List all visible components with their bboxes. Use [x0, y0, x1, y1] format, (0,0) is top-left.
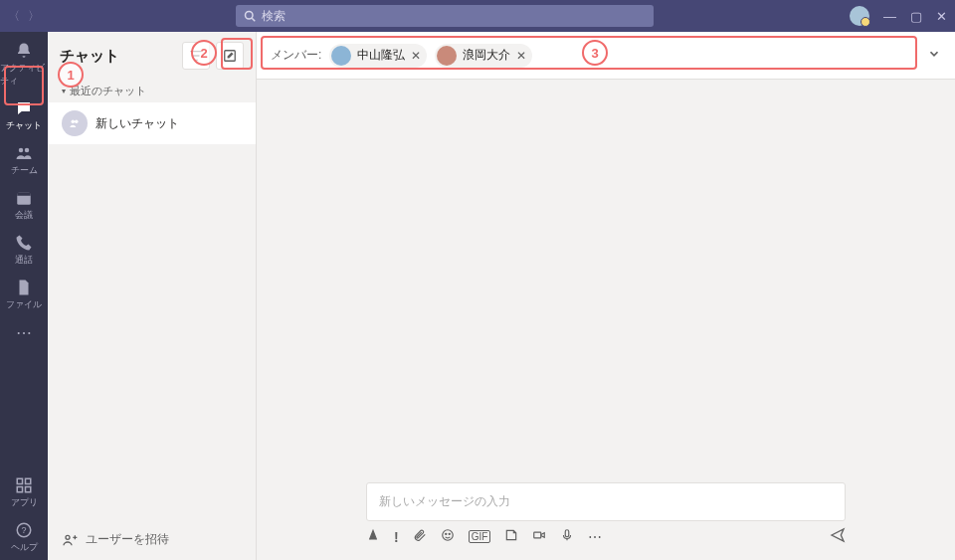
close-button[interactable]: ✕ — [936, 9, 947, 24]
svg-point-17 — [445, 533, 446, 534]
emoji-button[interactable] — [441, 528, 455, 545]
invite-icon — [62, 532, 78, 548]
title-bar: 〈 〉 検索 — ▢ ✕ — [0, 0, 955, 32]
rail-label: ファイル — [6, 298, 42, 311]
invite-users-button[interactable]: ユーザーを招待 — [48, 519, 256, 560]
chat-content-pane: メンバー: 中山隆弘 ✕ 浪岡大介 ✕ 新しいメッセージの入力 ! — [257, 32, 955, 560]
ellipsis-icon: ⋯ — [16, 323, 32, 342]
rail-label: アクティビティ — [0, 62, 48, 88]
rail-label: 会議 — [15, 209, 33, 222]
rail-chat[interactable]: チャット — [0, 93, 48, 138]
member-avatar — [437, 46, 457, 66]
sticker-button[interactable] — [504, 528, 518, 545]
expand-members-button[interactable] — [927, 47, 941, 65]
svg-rect-5 — [17, 193, 31, 196]
chevron-down-icon — [927, 47, 941, 61]
rail-teams[interactable]: チーム — [0, 138, 48, 183]
member-chip[interactable]: 浪岡大介 ✕ — [435, 44, 532, 68]
svg-point-0 — [246, 12, 254, 20]
rail-label: ヘルプ — [11, 541, 38, 554]
priority-button[interactable]: ! — [394, 529, 399, 545]
app-rail: アクティビティ チャット チーム 会議 通話 ファイル ⋯ アプリ ? ヘルプ — [0, 32, 48, 560]
send-button[interactable] — [830, 527, 846, 546]
search-placeholder: 検索 — [262, 8, 286, 25]
svg-line-1 — [252, 18, 255, 21]
svg-rect-19 — [534, 532, 541, 538]
svg-point-15 — [66, 535, 70, 539]
emoji-icon — [441, 528, 455, 542]
back-button[interactable]: 〈 — [8, 8, 20, 25]
rail-help[interactable]: ? ヘルプ — [0, 515, 48, 560]
history-nav: 〈 〉 — [8, 8, 40, 25]
send-icon — [830, 527, 846, 543]
svg-rect-8 — [17, 487, 22, 492]
meet-button[interactable] — [532, 528, 546, 545]
svg-rect-7 — [26, 478, 31, 483]
chat-avatar — [62, 110, 88, 136]
search-box[interactable]: 検索 — [236, 5, 654, 27]
chat-list-pane: チャット ▾ 最近のチャット 新しいチャット ユーザーを招待 — [48, 32, 257, 560]
message-input[interactable]: 新しいメッセージの入力 — [366, 482, 846, 521]
rail-label: チャット — [6, 119, 42, 132]
new-chat-button[interactable] — [216, 42, 244, 70]
apps-icon — [15, 476, 33, 494]
conversation-area — [257, 80, 955, 482]
file-icon — [15, 279, 33, 296]
invite-label: ユーザーを招待 — [86, 531, 169, 548]
main-area: チャット ▾ 最近のチャット 新しいチャット ユーザーを招待 メンバー: — [48, 32, 955, 560]
members-label: メンバー: — [271, 47, 321, 64]
forward-button[interactable]: 〉 — [28, 8, 40, 25]
svg-point-16 — [442, 530, 453, 541]
gif-button[interactable]: GIF — [469, 530, 491, 543]
member-chip[interactable]: 中山隆弘 ✕ — [329, 44, 427, 68]
mic-icon — [560, 528, 574, 542]
rail-activity[interactable]: アクティビティ — [0, 36, 48, 93]
message-placeholder: 新しいメッセージの入力 — [379, 494, 510, 508]
recent-section-label: ▾ 最近のチャット — [48, 80, 256, 102]
svg-point-2 — [19, 148, 24, 153]
window-controls: — ▢ ✕ — [850, 6, 947, 26]
rail-label: チーム — [11, 164, 38, 177]
member-name: 浪岡大介 — [463, 47, 510, 64]
search-icon — [244, 10, 256, 22]
rail-apps[interactable]: アプリ — [0, 470, 48, 515]
rail-meetings[interactable]: 会議 — [0, 183, 48, 228]
chat-list-item[interactable]: 新しいチャット — [48, 102, 256, 144]
svg-point-3 — [25, 148, 30, 153]
maximize-button[interactable]: ▢ — [910, 9, 922, 24]
chat-list-title: チャット — [60, 47, 176, 66]
phone-icon — [15, 234, 33, 252]
sticker-icon — [504, 528, 518, 542]
svg-point-18 — [449, 533, 450, 534]
filter-button[interactable] — [182, 42, 210, 70]
format-icon — [366, 528, 380, 542]
compose-icon — [223, 49, 237, 63]
more-button[interactable]: ⋯ — [588, 529, 602, 545]
svg-rect-9 — [26, 487, 31, 492]
rail-label: アプリ — [11, 496, 38, 509]
minimize-button[interactable]: — — [883, 9, 896, 24]
chat-icon — [15, 99, 33, 117]
svg-rect-6 — [17, 478, 22, 483]
format-button[interactable] — [366, 528, 380, 545]
compose-toolbar: ! GIF ⋯ — [366, 527, 846, 546]
compose-area: 新しいメッセージの入力 ! GIF ⋯ — [257, 482, 955, 560]
teams-icon — [15, 144, 33, 162]
stream-button[interactable] — [560, 528, 574, 545]
remove-chip-button[interactable]: ✕ — [411, 49, 421, 63]
chat-list-header: チャット — [48, 32, 256, 80]
rail-calls[interactable]: 通話 — [0, 228, 48, 273]
rail-files[interactable]: ファイル — [0, 273, 48, 317]
help-icon: ? — [15, 521, 33, 539]
calendar-icon — [15, 189, 33, 207]
bell-icon — [15, 42, 33, 60]
rail-label: 通話 — [15, 254, 33, 267]
attach-button[interactable] — [413, 528, 427, 545]
group-icon — [68, 116, 82, 130]
remove-chip-button[interactable]: ✕ — [516, 49, 526, 63]
camera-icon — [532, 528, 546, 542]
rail-more[interactable]: ⋯ — [0, 317, 48, 348]
user-avatar[interactable] — [850, 6, 869, 26]
svg-point-14 — [75, 120, 79, 124]
member-avatar — [331, 46, 351, 66]
